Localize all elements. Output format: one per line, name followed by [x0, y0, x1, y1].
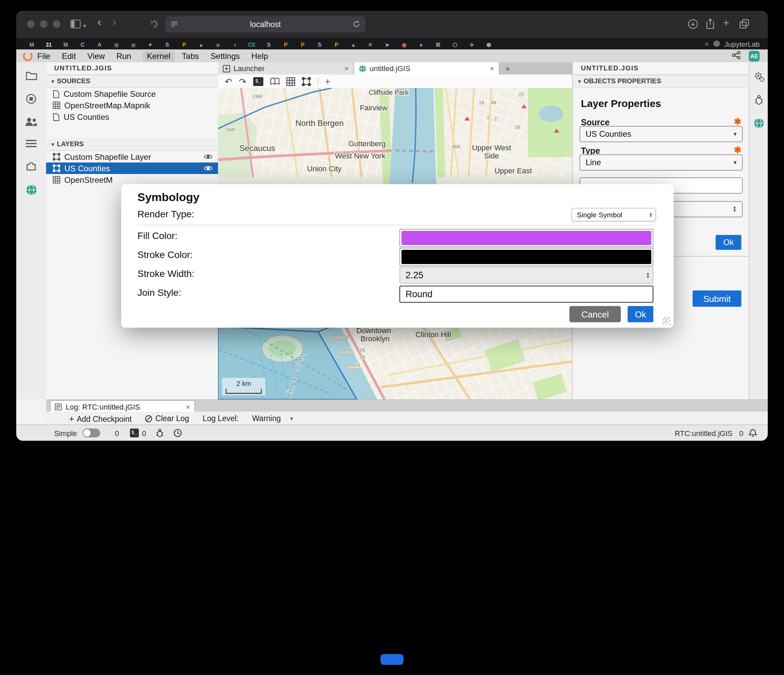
browser-favicon[interactable]: ✕: [366, 40, 375, 50]
stepper-icon[interactable]: ▲▼: [646, 272, 650, 278]
back-button[interactable]: ‹: [98, 18, 101, 27]
downloads-icon[interactable]: [688, 19, 698, 31]
undo-button[interactable]: ↶: [225, 76, 232, 86]
sidebar-chevron-icon[interactable]: ▾: [83, 22, 86, 31]
browser-favicon[interactable]: ◆: [213, 40, 223, 50]
symbology-ok-button[interactable]: Ok: [716, 235, 741, 250]
browser-favicon[interactable]: C: [78, 40, 87, 50]
close-window-button[interactable]: [27, 20, 34, 28]
bell-icon[interactable]: [749, 429, 757, 437]
browser-favicon[interactable]: ◖: [230, 40, 240, 50]
menu-view[interactable]: View: [87, 51, 105, 61]
extension-manager-icon[interactable]: [26, 160, 37, 171]
join-style-input[interactable]: Round: [400, 286, 653, 303]
log-level-select[interactable]: Warning▾: [252, 414, 293, 423]
source-item[interactable]: OpenStreetMap.Mapnik: [46, 100, 218, 111]
sources-section-header[interactable]: ▾SOURCES: [46, 75, 218, 88]
terminal-icon[interactable]: $_: [130, 429, 139, 437]
browser-favicon[interactable]: ➤: [383, 40, 392, 50]
identify-book-icon[interactable]: [270, 77, 280, 85]
close-tab-icon[interactable]: ×: [344, 64, 348, 72]
zoom-window-button[interactable]: [53, 20, 60, 28]
property-inspector-icon[interactable]: [754, 72, 764, 82]
running-kernels-icon[interactable]: [26, 93, 37, 104]
add-layer-button[interactable]: +: [325, 76, 330, 87]
add-checkpoint-button[interactable]: + Add Checkpoint: [69, 413, 132, 423]
forward-button[interactable]: ›: [112, 18, 116, 27]
collaborators-icon[interactable]: [25, 117, 37, 127]
browser-favicon[interactable]: S: [162, 40, 172, 50]
console-button[interactable]: $_: [253, 77, 263, 86]
history-icon[interactable]: [173, 429, 182, 437]
menu-tabs[interactable]: Tabs: [182, 51, 199, 61]
new-tab-button[interactable]: +: [499, 62, 516, 75]
browser-favicon[interactable]: S: [315, 40, 324, 50]
browser-favicon[interactable]: 31: [44, 40, 53, 50]
tab-untitled-jgis[interactable]: untitled.jGIS ×: [354, 62, 499, 75]
share-icon[interactable]: [705, 18, 715, 31]
ok-button[interactable]: Ok: [628, 306, 653, 322]
stroke-color-input[interactable]: [400, 248, 653, 266]
menu-kernel[interactable]: Kernel: [143, 50, 174, 61]
user-avatar[interactable]: AE: [749, 50, 760, 61]
stepper-icon[interactable]: ▲▼: [733, 206, 737, 213]
close-tab-icon[interactable]: ×: [705, 40, 709, 48]
render-type-select[interactable]: Single Symbol ▲▼: [571, 208, 656, 221]
jupytergis-properties-icon[interactable]: [753, 118, 764, 129]
browser-favicon[interactable]: ◼: [129, 40, 138, 50]
layer-visibility-icon[interactable]: [204, 163, 213, 173]
new-tab-icon[interactable]: +: [723, 18, 730, 28]
browser-favicon[interactable]: ✦: [146, 40, 155, 50]
reader-mode-icon[interactable]: [171, 20, 178, 29]
cancel-button[interactable]: Cancel: [569, 306, 621, 322]
jupytergis-panel-icon[interactable]: [25, 184, 37, 196]
browser-favicon[interactable]: M: [27, 40, 37, 50]
debugger-icon[interactable]: [156, 429, 164, 437]
browser-favicon[interactable]: ⌘: [433, 40, 443, 50]
browser-favicon[interactable]: ▲: [348, 40, 358, 50]
address-bar[interactable]: localhost: [165, 16, 366, 33]
browser-favicon[interactable]: CE: [247, 40, 257, 50]
browser-favicon[interactable]: P: [281, 40, 291, 50]
debugger-bug-icon[interactable]: [754, 95, 764, 105]
minimize-window-button[interactable]: [40, 20, 47, 28]
geometry-tool-icon[interactable]: [302, 77, 311, 86]
browser-favicon[interactable]: ✈: [467, 40, 477, 50]
clear-log-button[interactable]: Clear Log: [145, 414, 189, 423]
share-document-icon[interactable]: [732, 50, 740, 61]
resize-handle[interactable]: [663, 317, 671, 325]
close-log-icon[interactable]: ×: [186, 403, 190, 411]
submit-button[interactable]: Submit: [692, 291, 741, 307]
stroke-width-input[interactable]: 2.25 ▲▼: [400, 267, 653, 284]
tab-overview-icon[interactable]: [739, 19, 750, 31]
layer-visibility-icon[interactable]: [204, 152, 213, 162]
redo-button[interactable]: ↷: [239, 76, 246, 86]
simple-mode-toggle[interactable]: [82, 429, 100, 437]
sidebar-toggle-icon[interactable]: [70, 20, 81, 30]
source-item[interactable]: Custom Shapefile Source: [46, 88, 218, 100]
layer-row[interactable]: OpenStreetM: [46, 174, 218, 185]
browser-favicon[interactable]: P: [298, 40, 307, 50]
log-console-tab[interactable]: Log: RTC:untitled.jGIS ×: [50, 400, 195, 412]
layer-row-selected[interactable]: US Counties: [46, 162, 218, 174]
menu-help[interactable]: Help: [252, 51, 268, 61]
objects-properties-header[interactable]: ▾OBJECTS PROPERTIES: [573, 75, 750, 88]
source-item[interactable]: US Counties: [46, 111, 218, 123]
file-browser-icon[interactable]: [25, 70, 37, 81]
menu-run[interactable]: Run: [117, 51, 131, 61]
active-browser-tab[interactable]: × JupyterLab: [705, 39, 760, 49]
browser-favicon[interactable]: ◉: [400, 40, 409, 50]
table-of-contents-icon[interactable]: [26, 140, 37, 148]
browser-favicon[interactable]: ⬡: [450, 40, 460, 50]
source-select[interactable]: US Counties▾: [580, 126, 743, 142]
browser-favicon[interactable]: P: [179, 40, 189, 50]
menu-file[interactable]: File: [37, 51, 50, 61]
browser-favicon[interactable]: A: [95, 40, 104, 50]
browser-favicon[interactable]: ●: [416, 40, 426, 50]
browser-favicon[interactable]: ⬢: [484, 40, 493, 50]
browser-favicon[interactable]: M: [61, 40, 70, 50]
grid-tool-icon[interactable]: [286, 77, 295, 86]
menu-edit[interactable]: Edit: [62, 51, 76, 61]
layers-section-header[interactable]: ▾LAYERS: [46, 138, 218, 151]
fill-color-input[interactable]: [400, 229, 653, 247]
